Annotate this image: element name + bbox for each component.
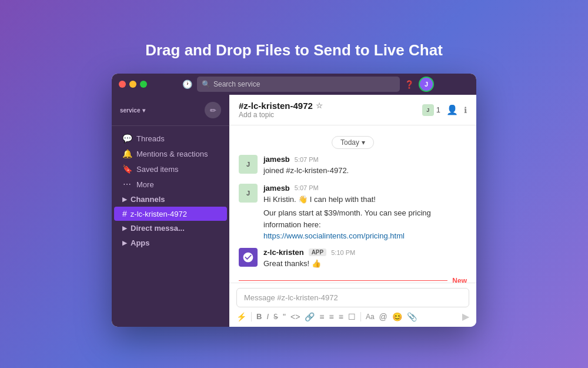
channel-item-zlc[interactable]: # z-lc-kristen-4972 [114,207,227,221]
minimize-button[interactable] [129,81,136,88]
message-group: J jamesb 5:07 PM joined #z-lc-kristen-49… [239,155,467,177]
app-window: 🕐 🔍 Search service ❓ J service ▾ ✏ 💬 [112,74,476,327]
date-pill: Today ▾ [332,136,374,149]
search-placeholder: Search service [213,80,260,88]
italic-icon[interactable]: I [266,312,269,321]
toolbar-separator2 [360,312,361,321]
saved-icon: 🔖 [122,164,132,174]
message-input[interactable]: Message #z-lc-kristen-4972 [236,288,469,307]
channels-arrow: ▶ [122,196,127,203]
sidebar-item-more[interactable]: ⋯ More [114,177,227,192]
input-toolbar: ⚡ B I S̶ " <> 🔗 ≡ ≡ ≡ ☐ Aa @ 😊 📎 [236,311,469,322]
maximize-button[interactable] [140,81,147,88]
workspace-name[interactable]: service ▾ [120,107,145,114]
emoji-icon[interactable]: 😊 [392,312,402,321]
title-bar: 🕐 🔍 Search service ❓ J [112,74,476,95]
star-icon: ☆ [316,101,323,110]
sender-name: z-lc-kristen [263,248,304,257]
help-icon[interactable]: ❓ [405,80,414,89]
message-group: z-lc-kristen APP 5:10 PM Great thanks! 👍 [239,248,467,270]
dm-arrow: ▶ [122,225,127,231]
chat-main: #z-lc-kristen-4972 ☆ Add a topic J 1 👤 ℹ [229,95,476,327]
direct-messages-section[interactable]: ▶ Direct messa... [114,221,227,236]
date-label: Today [340,138,359,147]
toolbar-separator [251,312,252,321]
new-badge: New [452,277,467,283]
chat-input-area: Message #z-lc-kristen-4972 ⚡ B I S̶ " <>… [229,283,476,327]
info-icon[interactable]: ℹ [464,105,467,115]
hash-icon: # [122,209,127,218]
indent-icon[interactable]: ≡ [339,312,343,321]
chat-messages[interactable]: Today ▾ J jamesb 5:07 PM joined #z-lc-kr… [229,125,476,283]
app-body: service ▾ ✏ 💬 Threads 🔔 Mentions & react… [112,95,476,327]
bold-icon[interactable]: B [256,312,262,321]
mentions-icon: 🔔 [122,149,132,158]
message-content: jamesb 5:07 PM joined #z-lc-kristen-4972… [263,155,467,177]
pricing-link[interactable]: https://www.socialintents.com/pricing.ht… [263,231,405,240]
message-time: 5:10 PM [331,249,355,256]
message-group: J jamesb 5:07 PM Hi Kristin. 👋 I can hel… [239,184,467,241]
new-messages-divider: New [239,277,467,283]
sidebar-item-mentions[interactable]: 🔔 Mentions & reactions [114,146,227,161]
message-content: z-lc-kristen APP 5:10 PM Great thanks! 👍 [263,248,467,270]
sidebar-nav: 💬 Threads 🔔 Mentions & reactions 🔖 Saved… [112,126,229,327]
channel-title-text: #z-lc-kristen-4972 [239,101,313,111]
divider-line [239,280,447,281]
sidebar: service ▾ ✏ 💬 Threads 🔔 Mentions & react… [112,95,229,327]
link-icon[interactable]: 🔗 [305,312,315,321]
apps-label: Apps [131,238,150,247]
chat-header: #z-lc-kristen-4972 ☆ Add a topic J 1 👤 ℹ [229,95,476,125]
message-time: 5:07 PM [295,156,319,163]
block-icon[interactable]: ☐ [348,312,356,321]
attachment-icon[interactable]: 📎 [407,312,417,321]
more-icon: ⋯ [122,180,132,189]
sidebar-item-threads[interactable]: 💬 Threads [114,131,227,146]
message-text: Hi Kristin. 👋 I can help with that! [263,194,467,205]
chat-header-left: #z-lc-kristen-4972 ☆ Add a topic [239,101,323,119]
avatar-zlc [239,248,258,267]
page-title: Drag and Drop Files to Send to Live Chat [145,41,443,59]
channel-name: z-lc-kristen-4972 [131,210,187,218]
channels-label: Channels [131,195,165,204]
chevron-down-icon: ▾ [362,138,365,147]
member-count[interactable]: J 1 [422,104,440,116]
message-text: joined #z-lc-kristen-4972. [263,165,467,177]
apps-section[interactable]: ▶ Apps [114,236,227,250]
message-header: jamesb 5:07 PM [263,184,467,193]
message-header: z-lc-kristen APP 5:10 PM [263,248,467,257]
avatar-jamesb: J [239,155,258,174]
lightning-icon[interactable]: ⚡ [236,312,246,321]
user-avatar[interactable]: J [419,77,434,92]
close-button[interactable] [119,81,126,88]
channel-topic[interactable]: Add a topic [239,111,323,119]
threads-label: Threads [136,134,165,143]
search-icon: 🔍 [202,80,211,88]
message-header: jamesb 5:07 PM [263,155,467,164]
search-bar[interactable]: 🔍 Search service [197,77,400,92]
ordered-list-icon[interactable]: ≡ [329,312,334,321]
text-format-icon[interactable]: Aa [366,313,375,321]
more-label: More [136,180,154,189]
saved-label: Saved items [136,165,179,174]
add-member-icon[interactable]: 👤 [446,104,458,115]
message-text: Great thanks! 👍 [263,258,467,270]
strikethrough-icon[interactable]: S̶ [273,313,278,321]
app-badge: APP [309,248,327,256]
workspace-header: service ▾ ✏ [112,95,229,126]
message-content: jamesb 5:07 PM Hi Kristin. 👋 I can help … [263,184,467,241]
sidebar-item-saved[interactable]: 🔖 Saved items [114,161,227,177]
apps-arrow: ▶ [122,240,127,246]
clock-icon: 🕐 [182,79,192,89]
list-icon[interactable]: ≡ [319,312,324,321]
channels-section[interactable]: ▶ Channels [114,192,227,207]
mention-icon[interactable]: @ [379,312,387,321]
mentions-label: Mentions & reactions [136,150,208,158]
code-icon[interactable]: <> [290,312,300,321]
window-buttons [119,81,147,88]
send-button[interactable]: ▶ [462,311,469,322]
quote-icon[interactable]: " [283,312,286,321]
compose-button[interactable]: ✏ [205,102,221,118]
channel-title: #z-lc-kristen-4972 ☆ [239,101,323,111]
message-text-extra: Our plans start at $39/month. You can se… [263,207,467,230]
sender-name: jamesb [263,155,290,164]
